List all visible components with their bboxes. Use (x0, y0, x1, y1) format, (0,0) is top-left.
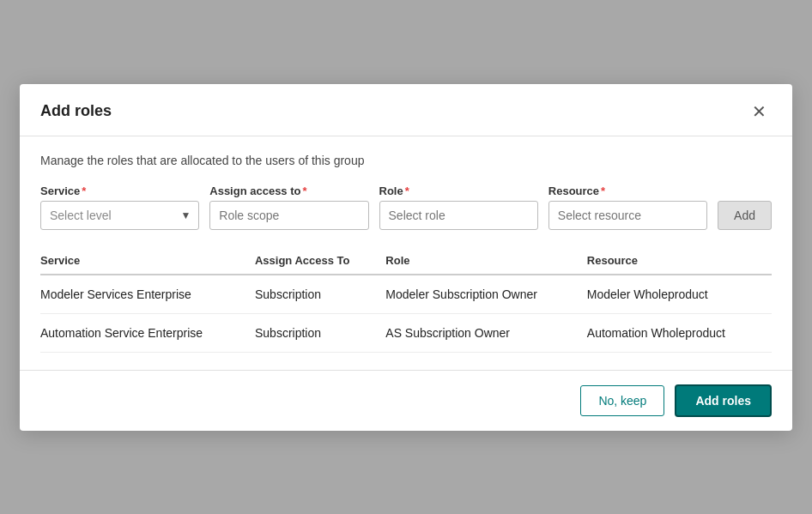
form-row: Service* Select level ▼ Assign access to… (40, 184, 772, 230)
roles-table: Service Assign Access To Role Resource M… (40, 247, 772, 353)
cell-role: AS Subscription Owner (385, 313, 587, 352)
col-role: Role (385, 247, 587, 275)
service-label: Service* (40, 184, 199, 197)
table-row: Automation Service EnterpriseSubscriptio… (40, 313, 772, 352)
col-service: Service (40, 247, 255, 275)
modal-body: Manage the roles that are allocated to t… (20, 136, 792, 370)
assign-input[interactable] (209, 201, 368, 230)
modal-header: Add roles ✕ (20, 84, 792, 136)
role-label: Role* (379, 184, 538, 197)
modal-dialog: Add roles ✕ Manage the roles that are al… (20, 84, 792, 431)
modal-overlay: Add roles ✕ Manage the roles that are al… (0, 0, 812, 514)
cell-resource: Modeler Wholeproduct (587, 275, 772, 314)
service-group: Service* Select level ▼ (40, 184, 199, 230)
assign-access-group: Assign access to* (209, 184, 368, 230)
cell-assign-access_to: Subscription (255, 275, 385, 314)
cell-service: Automation Service Enterprise (40, 313, 255, 352)
modal-subtitle: Manage the roles that are allocated to t… (40, 154, 772, 167)
service-select[interactable]: Select level (40, 201, 199, 230)
col-assign-access-to: Assign Access To (255, 247, 385, 275)
table-row: Modeler Services EnterpriseSubscriptionM… (40, 275, 772, 314)
cell-resource: Automation Wholeproduct (587, 313, 772, 352)
close-button[interactable]: ✕ (747, 101, 772, 122)
cell-service: Modeler Services Enterprise (40, 275, 255, 314)
resource-input[interactable] (548, 201, 707, 230)
table-header-row: Service Assign Access To Role Resource (40, 247, 772, 275)
confirm-button[interactable]: Add roles (675, 384, 772, 417)
col-resource: Resource (587, 247, 772, 275)
table-header: Service Assign Access To Role Resource (40, 247, 772, 275)
service-select-wrapper: Select level ▼ (40, 201, 199, 230)
table-body: Modeler Services EnterpriseSubscriptionM… (40, 275, 772, 353)
resource-group: Resource* (548, 184, 707, 230)
add-button[interactable]: Add (718, 201, 772, 230)
role-input[interactable] (379, 201, 538, 230)
cell-assign-access_to: Subscription (255, 313, 385, 352)
assign-label: Assign access to* (209, 184, 368, 197)
modal-footer: No, keep Add roles (20, 370, 792, 431)
roles-table-container: Service Assign Access To Role Resource M… (40, 247, 772, 353)
modal-title: Add roles (40, 102, 112, 120)
resource-label: Resource* (548, 184, 707, 197)
role-group: Role* (379, 184, 538, 230)
cancel-button[interactable]: No, keep (580, 385, 664, 416)
cell-role: Modeler Subscription Owner (385, 275, 587, 314)
